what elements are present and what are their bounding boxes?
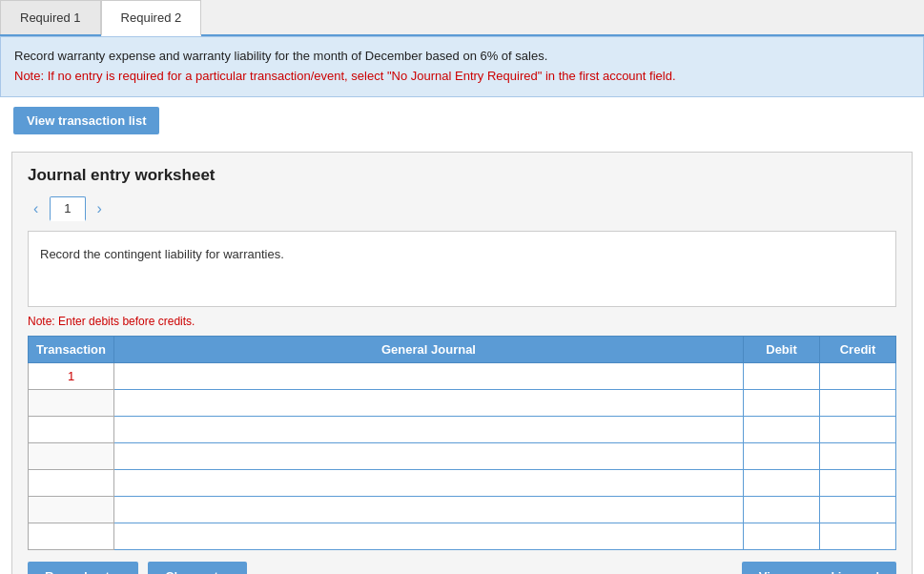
journal-input-cell[interactable]	[114, 389, 744, 416]
debit-input[interactable]	[744, 497, 819, 523]
tab-required1[interactable]: Required 1	[0, 0, 101, 34]
transaction-cell	[29, 469, 114, 496]
credit-input[interactable]	[820, 470, 895, 496]
journal-input[interactable]	[114, 363, 743, 389]
journal-input-cell[interactable]	[114, 442, 744, 469]
journal-input-cell[interactable]	[114, 362, 744, 389]
journal-input-cell[interactable]	[114, 523, 744, 549]
credit-input-cell[interactable]	[820, 416, 896, 442]
table-row	[29, 496, 896, 523]
transaction-cell	[29, 389, 114, 416]
prev-tab-button[interactable]: ‹	[28, 198, 44, 219]
journal-input[interactable]	[114, 470, 743, 496]
col-header-general-journal: General Journal	[114, 336, 744, 362]
worksheet-tab-1[interactable]: 1	[50, 196, 85, 221]
journal-input[interactable]	[114, 443, 743, 469]
col-header-transaction: Transaction	[29, 336, 114, 362]
transaction-cell	[29, 496, 114, 523]
credit-input[interactable]	[820, 497, 895, 523]
record-entry-button[interactable]: Record entry	[28, 562, 138, 574]
journal-input-cell[interactable]	[114, 469, 744, 496]
view-transaction-list-button[interactable]: View transaction list	[13, 107, 159, 134]
debit-input[interactable]	[744, 470, 819, 496]
table-row	[29, 523, 896, 549]
credit-input[interactable]	[820, 417, 895, 442]
info-main-text: Record warranty expense and warranty lia…	[14, 49, 547, 63]
transaction-cell	[29, 523, 114, 549]
journal-input[interactable]	[114, 497, 743, 523]
transaction-cell: 1	[29, 362, 114, 389]
description-text: Record the contingent liability for warr…	[40, 247, 284, 261]
info-box: Record warranty expense and warranty lia…	[0, 36, 924, 97]
table-row	[29, 442, 896, 469]
info-note-text: Note: If no entry is required for a part…	[14, 69, 676, 83]
debit-input-cell[interactable]	[744, 389, 820, 416]
journal-input-cell[interactable]	[114, 416, 744, 442]
debit-input-cell[interactable]	[744, 362, 820, 389]
next-tab-button[interactable]: ›	[92, 198, 108, 219]
credit-input-cell[interactable]	[820, 389, 896, 416]
credit-input-cell[interactable]	[820, 469, 896, 496]
worksheet-tab-nav: ‹ 1 ›	[28, 196, 896, 221]
credit-input-cell[interactable]	[820, 362, 896, 389]
debit-input-cell[interactable]	[744, 523, 820, 549]
view-general-journal-button[interactable]: View general journal	[742, 562, 896, 574]
credit-input[interactable]	[820, 523, 895, 549]
table-row	[29, 416, 896, 442]
tab-bar: Required 1 Required 2	[0, 0, 924, 36]
table-row: 1	[29, 362, 896, 389]
credit-input[interactable]	[820, 363, 895, 389]
col-header-debit: Debit	[744, 336, 820, 362]
journal-input-cell[interactable]	[114, 496, 744, 523]
transaction-cell	[29, 442, 114, 469]
credit-input-cell[interactable]	[820, 523, 896, 549]
table-row	[29, 389, 896, 416]
journal-table: Transaction General Journal Debit Credit…	[28, 336, 896, 550]
worksheet-container: Journal entry worksheet ‹ 1 › Record the…	[11, 152, 913, 574]
debit-input[interactable]	[744, 390, 819, 416]
journal-input[interactable]	[114, 523, 743, 549]
journal-input[interactable]	[114, 390, 743, 416]
debit-input-cell[interactable]	[744, 469, 820, 496]
debit-input-cell[interactable]	[744, 496, 820, 523]
journal-input[interactable]	[114, 417, 743, 442]
debit-input[interactable]	[744, 417, 819, 442]
debit-input[interactable]	[744, 523, 819, 549]
debit-note: Note: Enter debits before credits.	[28, 315, 896, 328]
credit-input[interactable]	[820, 390, 895, 416]
debit-input-cell[interactable]	[744, 416, 820, 442]
toolbar: View transaction list	[0, 97, 924, 144]
transaction-cell	[29, 416, 114, 442]
credit-input-cell[interactable]	[820, 496, 896, 523]
tab-required2[interactable]: Required 2	[101, 0, 202, 36]
debit-input[interactable]	[744, 443, 819, 469]
col-header-credit: Credit	[820, 336, 896, 362]
credit-input-cell[interactable]	[820, 442, 896, 469]
debit-input[interactable]	[744, 363, 819, 389]
table-row	[29, 469, 896, 496]
worksheet-title: Journal entry worksheet	[28, 166, 896, 185]
credit-input[interactable]	[820, 443, 895, 469]
clear-entry-button[interactable]: Clear entry	[148, 562, 247, 574]
debit-input-cell[interactable]	[744, 442, 820, 469]
bottom-buttons: Record entry Clear entry View general jo…	[28, 562, 896, 574]
description-box: Record the contingent liability for warr…	[28, 231, 896, 307]
